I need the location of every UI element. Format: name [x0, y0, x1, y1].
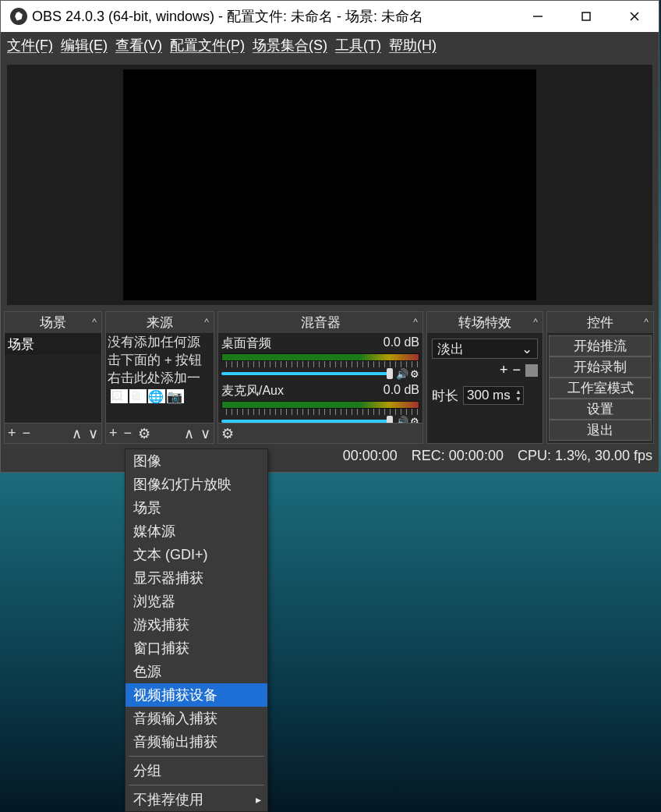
sources-dock: 来源^ 没有添加任何源 击下面的 + 按钮 右击此处添加一 🖼 🖥 🌐 📷 + …: [105, 311, 214, 444]
menu-edit[interactable]: 编辑(E): [61, 36, 108, 55]
dock-popout-icon[interactable]: ^: [92, 317, 97, 328]
menu-item-audio-output-capture[interactable]: 音频输出捕获: [125, 730, 267, 753]
sources-list[interactable]: 没有添加任何源 击下面的 + 按钮 右击此处添加一 🖼 🖥 🌐 📷: [106, 334, 214, 423]
dock-popout-icon[interactable]: ^: [644, 317, 649, 328]
scene-up-button[interactable]: ∧: [72, 425, 82, 442]
menu-help[interactable]: 帮助(H): [389, 36, 437, 55]
studio-mode-button[interactable]: 工作室模式: [549, 378, 652, 399]
menu-item-window-capture[interactable]: 窗口捕获: [125, 636, 267, 660]
spin-up-icon[interactable]: ▲: [515, 388, 521, 395]
camera-icon: 📷: [167, 389, 184, 403]
remove-source-button[interactable]: −: [124, 425, 133, 441]
mixer-channel-name: 桌面音频: [221, 335, 271, 352]
menu-tools[interactable]: 工具(T): [335, 36, 381, 55]
add-scene-button[interactable]: +: [8, 425, 16, 441]
audio-meter: [221, 353, 419, 361]
menu-profile[interactable]: 配置文件(P): [170, 36, 245, 55]
remove-scene-button[interactable]: −: [23, 425, 31, 441]
mixer-channel: 麦克风/Aux0.0 dB 🔊⚙: [218, 381, 422, 423]
speaker-icon[interactable]: 🔊: [396, 416, 408, 424]
volume-slider[interactable]: [221, 420, 393, 423]
mixer-channel-db: 0.0 dB: [384, 335, 419, 352]
gear-icon[interactable]: ⚙: [410, 368, 419, 380]
menu-item-display-capture[interactable]: 显示器捕获: [125, 566, 267, 590]
audio-ticks: [221, 361, 419, 367]
audio-meter: [221, 401, 419, 409]
controls-dock: 控件^ 开始推流 开始录制 工作室模式 设置 退出: [546, 311, 654, 444]
mixer-dock: 混音器^ 桌面音频0.0 dB 🔊⚙ 麦克风/Aux0.0 dB: [217, 311, 423, 444]
gear-icon[interactable]: ⚙: [410, 416, 419, 424]
menu-item-group[interactable]: 分组: [125, 759, 267, 782]
scene-item[interactable]: 场景: [5, 334, 101, 355]
dock-popout-icon[interactable]: ^: [204, 317, 209, 328]
maximize-button[interactable]: [562, 1, 610, 32]
settings-button[interactable]: 设置: [549, 399, 652, 420]
sources-help-line: 击下面的 + 按钮: [106, 352, 214, 370]
menu-separator: [129, 756, 264, 757]
menu-item-browser[interactable]: 浏览器: [125, 590, 267, 613]
dock-popout-icon[interactable]: ^: [533, 317, 538, 328]
audio-ticks: [221, 409, 419, 415]
scenes-title: 场景^: [5, 312, 101, 334]
obs-window: OBS 24.0.3 (64-bit, windows) - 配置文件: 未命名…: [0, 0, 659, 473]
controls-title: 控件^: [547, 312, 653, 334]
mixer-toolbar: ⚙: [218, 423, 422, 443]
window-title: OBS 24.0.3 (64-bit, windows) - 配置文件: 未命名…: [32, 7, 514, 26]
remove-transition-button[interactable]: −: [512, 362, 521, 378]
mixer-title: 混音器^: [218, 312, 422, 334]
volume-slider[interactable]: [221, 372, 393, 375]
window-controls: [514, 1, 659, 32]
transition-select[interactable]: 淡出⌄: [432, 339, 538, 359]
menu-item-text-gdi[interactable]: 文本 (GDI+): [125, 543, 267, 566]
minimize-button[interactable]: [514, 1, 562, 32]
menu-item-media[interactable]: 媒体源: [125, 519, 267, 543]
statusbar: 00:00:00 REC: 00:00:00 CPU: 1.3%, 30.00 …: [1, 444, 659, 467]
menu-item-slideshow[interactable]: 图像幻灯片放映: [125, 473, 267, 496]
source-up-button[interactable]: ∧: [184, 425, 194, 442]
status-live-time: 00:00:00: [343, 448, 398, 464]
dock-popout-icon[interactable]: ^: [413, 317, 418, 328]
sources-help-line: 右击此处添加一: [106, 370, 214, 388]
menu-view[interactable]: 查看(V): [115, 36, 162, 55]
menu-item-game-capture[interactable]: 游戏捕获: [125, 613, 267, 636]
spin-down-icon[interactable]: ▼: [515, 395, 521, 402]
menu-item-scene[interactable]: 场景: [125, 496, 267, 519]
obs-icon: [10, 8, 27, 25]
titlebar: OBS 24.0.3 (64-bit, windows) - 配置文件: 未命名…: [1, 1, 659, 32]
browser-icon: 🌐: [148, 389, 165, 403]
speaker-icon[interactable]: 🔊: [396, 368, 408, 380]
menu-item-color-source[interactable]: 色源: [125, 660, 267, 683]
menu-file[interactable]: 文件(F): [7, 36, 53, 55]
add-transition-button[interactable]: +: [500, 362, 508, 378]
image-icon: 🖼: [111, 389, 128, 403]
close-button[interactable]: [610, 1, 659, 32]
preview-area: [7, 65, 652, 305]
svg-rect-1: [582, 12, 590, 20]
menu-item-audio-input-capture[interactable]: 音频输入捕获: [125, 707, 267, 730]
exit-button[interactable]: 退出: [549, 420, 652, 441]
duration-label: 时长: [432, 387, 458, 405]
mixer-settings-button[interactable]: ⚙: [221, 425, 234, 442]
start-recording-button[interactable]: 开始录制: [549, 356, 652, 378]
menu-item-video-capture-device[interactable]: 视频捕获设备: [125, 683, 267, 707]
duration-input[interactable]: 300 ms▲▼: [463, 386, 524, 405]
add-source-button[interactable]: +: [109, 425, 118, 441]
source-down-button[interactable]: ∨: [200, 425, 210, 442]
source-properties-button[interactable]: ⚙: [138, 425, 150, 442]
scene-down-button[interactable]: ∨: [88, 425, 98, 442]
source-add-context-menu: 图像 图像幻灯片放映 场景 媒体源 文本 (GDI+) 显示器捕获 浏览器 游戏…: [125, 449, 268, 812]
start-streaming-button[interactable]: 开始推流: [549, 335, 652, 356]
transition-properties-button[interactable]: [525, 364, 538, 377]
docks-row: 场景^ 场景 + − ∧ ∨ 来源^ 没有添加任何源 击下面的 + 按钮 右击此…: [1, 311, 659, 444]
sources-title: 来源^: [106, 312, 214, 334]
sources-help-icons: 🖼 🖥 🌐 📷: [106, 389, 214, 403]
menu-item-deprecated[interactable]: 不推荐使用: [125, 788, 267, 811]
scenes-list[interactable]: 场景: [5, 334, 101, 423]
menu-scene-collection[interactable]: 场景集合(S): [253, 36, 327, 55]
preview-canvas[interactable]: [123, 69, 536, 300]
status-cpu-fps: CPU: 1.3%, 30.00 fps: [518, 448, 652, 464]
scenes-dock: 场景^ 场景 + − ∧ ∨: [4, 311, 102, 444]
mixer-channel-name: 麦克风/Aux: [221, 383, 284, 399]
menu-item-image[interactable]: 图像: [125, 449, 267, 473]
menubar: 文件(F) 编辑(E) 查看(V) 配置文件(P) 场景集合(S) 工具(T) …: [1, 32, 659, 59]
